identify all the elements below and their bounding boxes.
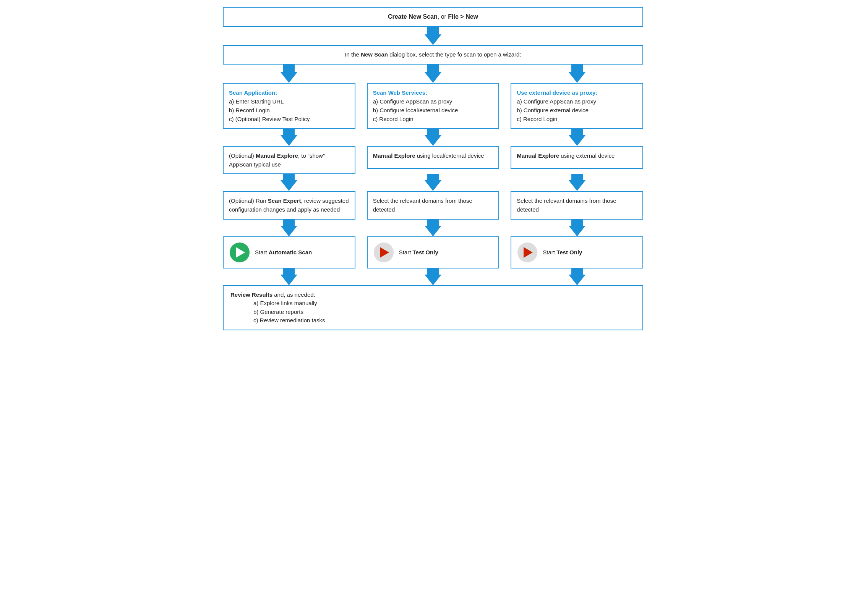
col3-start-bold: Test Only (556, 249, 582, 255)
col3-select-text: Select the relevant domains from those d… (517, 197, 616, 213)
col1-start-bold: Automatic Scan (269, 249, 312, 255)
col2-scan-type-box: Scan Web Services: a) Configure AppScan … (367, 83, 499, 129)
col2-start-label: Start Test Only (399, 249, 438, 255)
col1-start-label: Start Automatic Scan (255, 249, 312, 255)
play-triangle-red-1 (380, 247, 389, 258)
col3-step-a: a) Configure AppScan as proxy (517, 97, 637, 106)
col3: Use external device as proxy: a) Configu… (511, 83, 643, 129)
manual-explore-row: (Optional) Manual Explore, to “show” App… (223, 146, 643, 175)
arrows-row-4 (223, 220, 643, 236)
col2-explore-suffix: using local/external device (415, 152, 484, 159)
head (425, 72, 441, 83)
col3-step-b: b) Configure external device (517, 106, 637, 115)
col1-expert-prefix: (Optional) Run (229, 197, 268, 204)
col1-expert: (Optional) Run Scan Expert, review sugge… (223, 191, 355, 220)
intro-text-suffix: dialog box, select the type fo scan to o… (388, 51, 521, 58)
intro-text-prefix: In the (345, 51, 361, 58)
file-new-label: File > New (448, 13, 478, 20)
col3-arrow-top (511, 65, 643, 83)
col2-arrow-5 (367, 268, 499, 285)
create-new-scan-box: Create New Scan, or File > New (223, 7, 643, 27)
col3-scan-type-box: Use external device as proxy: a) Configu… (511, 83, 643, 129)
review-results-bold: Review Results (230, 291, 272, 298)
col1-heading: Scan Application: (229, 88, 349, 97)
col2-step-b: b) Configure local/external device (373, 106, 493, 115)
col2-explore-bold: Manual Explore (373, 152, 415, 159)
col1-start: Start Automatic Scan (223, 236, 355, 268)
col3-heading: Use external device as proxy: (517, 88, 637, 97)
col1-explore-prefix: (Optional) (229, 152, 256, 159)
col3-arrow-3 (511, 174, 643, 191)
col3-start-label: Start Test Only (543, 249, 582, 255)
col1-step-c: c) (Optional) Review Test Policy (229, 115, 349, 123)
head (569, 72, 585, 83)
col1-explore: (Optional) Manual Explore, to “show” App… (223, 146, 355, 175)
col2-arrow-2 (367, 129, 499, 146)
head (281, 72, 297, 83)
col3-arrow-2 (511, 129, 643, 146)
shaft (571, 65, 583, 72)
col1-expert-bold: Scan Expert (268, 197, 301, 204)
play-triangle-green (236, 247, 245, 258)
col3-start-box[interactable]: Start Test Only (511, 236, 643, 268)
col3-arrow-4 (511, 220, 643, 236)
third-step-row: (Optional) Run Scan Expert, review sugge… (223, 191, 643, 220)
col1-explore-box: (Optional) Manual Explore, to “show” App… (223, 146, 355, 175)
footer-item-c: c) Review remediation tasks (253, 316, 636, 325)
col2-arrow-3 (367, 174, 499, 191)
col3-explore-bold: Manual Explore (517, 152, 559, 159)
col1-arrow-2 (223, 129, 355, 146)
col3-step-c: c) Record Login (517, 115, 637, 123)
col2-select-box: Select the relevant domains from those d… (367, 191, 499, 220)
title-connector: , or (438, 13, 448, 20)
col2-select-text: Select the relevant domains from those d… (373, 197, 472, 213)
col1-expert-box: (Optional) Run Scan Expert, review sugge… (223, 191, 355, 220)
col1-explore-bold: Manual Explore (256, 152, 298, 159)
col2-explore: Manual Explore using local/external devi… (367, 146, 499, 169)
col1: Scan Application: a) Enter Starting URL … (223, 83, 355, 129)
col2-select: Select the relevant domains from those d… (367, 191, 499, 220)
footer-item-b: b) Generate reports (253, 308, 636, 317)
col1-arrow-top (223, 65, 355, 83)
col1-step-b: b) Record Login (229, 106, 349, 115)
col1-arrow-4 (223, 220, 355, 236)
play-triangle-red-2 (524, 247, 533, 258)
play-icon-green (230, 243, 250, 262)
footer-items: a) Explore links manually b) Generate re… (253, 299, 636, 325)
col3-explore: Manual Explore using external device (511, 146, 643, 169)
col2-step-c: c) Record Login (373, 115, 493, 123)
col3-select-box: Select the relevant domains from those d… (511, 191, 643, 220)
col1-arrow-5 (223, 268, 355, 285)
col2-start-box[interactable]: Start Test Only (367, 236, 499, 268)
intro-box: In the New Scan dialog box, select the t… (223, 45, 643, 65)
col2-start-bold: Test Only (413, 249, 438, 255)
col1-scan-type-box: Scan Application: a) Enter Starting URL … (223, 83, 355, 129)
review-results-box: Review Results and, as needed: a) Explor… (223, 285, 643, 330)
arrow-1 (223, 27, 643, 45)
flow-container: Create New Scan, or File > New In the Ne… (223, 7, 643, 330)
arrow-head (425, 34, 441, 45)
scan-type-row: Scan Application: a) Enter Starting URL … (223, 83, 643, 129)
intro-dialog-name: New Scan (361, 51, 388, 58)
col1-start-box[interactable]: Start Automatic Scan (223, 236, 355, 268)
col1-arrow-3 (223, 174, 355, 191)
col3-arrow-5 (511, 268, 643, 285)
col2-explore-box: Manual Explore using local/external devi… (367, 146, 499, 169)
col3-explore-suffix: using external device (559, 152, 615, 159)
review-results-suffix: and, as needed: (272, 291, 315, 298)
play-icon-red-1 (374, 243, 394, 262)
col2-start: Start Test Only (367, 236, 499, 268)
arrows-row-5 (223, 268, 643, 285)
arrow-shaft (427, 27, 439, 34)
col2-arrow-4 (367, 220, 499, 236)
create-new-scan-title: Create New Scan (388, 13, 438, 20)
arrows-row-1 (223, 65, 643, 83)
col1-step-a: a) Enter Starting URL (229, 97, 349, 106)
footer-item-a: a) Explore links manually (253, 299, 636, 308)
col3-explore-box: Manual Explore using external device (511, 146, 643, 169)
arrows-row-2 (223, 129, 643, 146)
col2: Scan Web Services: a) Configure AppScan … (367, 83, 499, 129)
play-icon-red-2 (517, 243, 537, 262)
shaft (427, 65, 439, 72)
col2-heading: Scan Web Services: (373, 88, 493, 97)
